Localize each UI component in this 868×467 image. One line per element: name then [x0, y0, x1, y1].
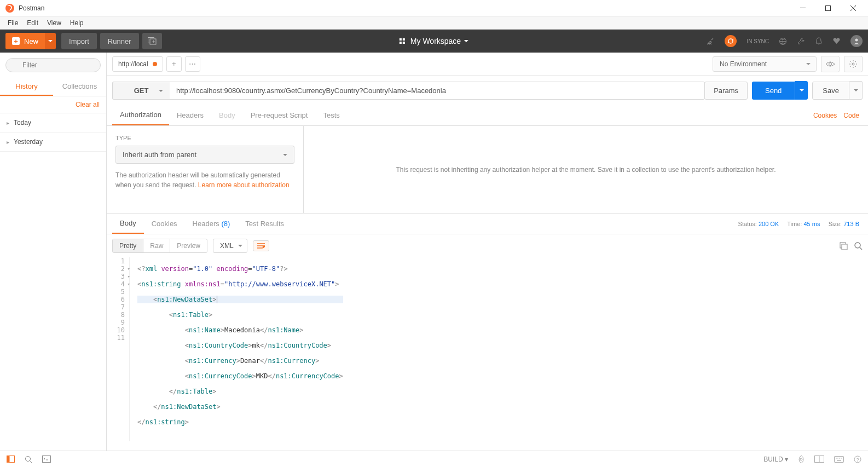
request-tab[interactable]: http://local [112, 56, 163, 72]
environment-select[interactable]: No Environment [713, 56, 817, 72]
environment-preview-button[interactable] [821, 56, 840, 72]
url-bar: GET http://localhost:9080/country.asmx/G… [107, 76, 868, 105]
history-group-today[interactable]: Today [0, 113, 106, 132]
svg-point-19 [26, 456, 31, 461]
svg-line-20 [30, 460, 32, 463]
method-select[interactable]: GET [112, 82, 170, 100]
code-content: <?xml version="1.0" encoding="UTF-8"?> <… [130, 257, 343, 441]
menu-file[interactable]: File [3, 18, 22, 28]
titlebar: Postman [0, 0, 868, 16]
response-size: 713 B [843, 221, 859, 227]
response-view-group: Pretty Raw Preview [112, 239, 207, 253]
new-button[interactable]: + New [5, 33, 45, 49]
window-controls [790, 0, 866, 16]
globe-icon[interactable] [779, 37, 787, 45]
auth-type-select[interactable]: Inherit auth from parent [115, 146, 294, 164]
menubar: File Edit View Help [0, 16, 868, 30]
sync-icon[interactable] [725, 35, 737, 47]
menu-help[interactable]: Help [66, 18, 88, 28]
subtab-tests[interactable]: Tests [315, 106, 347, 125]
svg-point-27 [837, 458, 838, 459]
svg-point-22 [800, 458, 802, 460]
tab-options-button[interactable]: ⋯ [185, 56, 200, 72]
svg-rect-21 [43, 456, 51, 463]
toolbar-right: IN SYNC [706, 35, 863, 47]
resptab-headers[interactable]: Headers (8) [185, 214, 238, 233]
bell-icon[interactable] [815, 37, 823, 45]
close-button[interactable] [841, 0, 866, 16]
find-icon[interactable] [25, 456, 32, 463]
postman-logo-icon [5, 4, 14, 13]
sidebar-toggle-icon[interactable] [7, 456, 15, 463]
subtab-authorization[interactable]: Authorization [112, 105, 169, 125]
response-toolbar-right [840, 242, 863, 250]
new-button-label: New [24, 37, 38, 45]
two-pane-icon[interactable] [814, 456, 824, 463]
satellite-icon[interactable] [706, 37, 715, 45]
cookies-link[interactable]: Cookies [813, 112, 837, 119]
auth-learn-more-link[interactable]: Learn more about authorization [198, 181, 290, 189]
save-button-dropdown[interactable] [849, 81, 863, 100]
params-button[interactable]: Params [704, 82, 748, 100]
response-tabs: Body Cookies Headers (8) Test Results St… [107, 214, 868, 234]
import-button[interactable]: Import [61, 33, 97, 49]
minimize-button[interactable] [790, 0, 815, 16]
code-link[interactable]: Code [843, 112, 859, 119]
request-tab-label: http://local [118, 60, 148, 68]
send-button-dropdown[interactable] [795, 81, 808, 100]
svg-point-28 [839, 458, 840, 459]
new-button-dropdown[interactable] [45, 33, 56, 49]
svg-rect-1 [826, 5, 831, 10]
keyboard-icon[interactable] [834, 456, 844, 463]
new-tab-button[interactable]: + [166, 56, 182, 72]
unsaved-dot-icon [153, 62, 157, 66]
app-body: History Collections Clear all Today Yest… [0, 53, 868, 451]
resptab-body[interactable]: Body [112, 214, 144, 234]
request-links: Cookies Code [813, 112, 863, 119]
console-icon[interactable] [42, 456, 51, 463]
resptab-cookies[interactable]: Cookies [144, 214, 185, 233]
tab-history[interactable]: History [0, 78, 53, 96]
svg-point-29 [841, 458, 842, 459]
runner-button[interactable]: Runner [100, 33, 139, 49]
response-format-select[interactable]: XML [213, 239, 247, 253]
workspace-grid-icon [400, 38, 405, 44]
history-group-yesterday[interactable]: Yesterday [0, 132, 106, 152]
subtab-body[interactable]: Body [211, 106, 243, 125]
url-input[interactable]: http://localhost:9080/country.asmx/GetCu… [170, 82, 705, 100]
save-button[interactable]: Save [812, 82, 849, 100]
subtab-prerequest[interactable]: Pre-request Script [243, 106, 316, 125]
view-raw[interactable]: Raw [143, 239, 170, 252]
menu-view[interactable]: View [43, 18, 66, 28]
search-icon[interactable] [854, 242, 863, 250]
new-window-button[interactable]: + [142, 33, 162, 49]
menu-edit[interactable]: Edit [22, 18, 43, 28]
window-title: Postman [19, 4, 44, 12]
svg-point-9 [829, 62, 832, 65]
auth-right: This request is not inheriting any autho… [304, 126, 868, 213]
sidebar-tabs: History Collections [0, 78, 106, 96]
auth-type-label: TYPE [115, 135, 294, 141]
help-icon[interactable]: ? [854, 456, 861, 463]
workspace-selector[interactable]: My Workspace [400, 37, 468, 45]
main-panel: http://local + ⋯ No Environment GET http… [107, 53, 868, 451]
chevron-down-icon [464, 40, 468, 44]
bootcamp-icon[interactable] [798, 455, 805, 464]
user-avatar[interactable] [850, 35, 863, 47]
resptab-tests[interactable]: Test Results [238, 214, 292, 233]
heart-icon[interactable] [832, 37, 841, 45]
subtab-headers[interactable]: Headers [169, 106, 211, 125]
environment-settings-button[interactable] [844, 56, 863, 72]
wrench-icon[interactable] [797, 37, 805, 45]
response-body[interactable]: 1234567891011 <?xml version="1.0" encodi… [107, 257, 868, 441]
clear-all-link[interactable]: Clear all [0, 96, 106, 113]
tab-collections[interactable]: Collections [53, 78, 106, 96]
maximize-button[interactable] [815, 0, 841, 16]
send-button[interactable]: Send [752, 82, 795, 100]
filter-input[interactable] [5, 58, 101, 72]
view-pretty[interactable]: Pretty [113, 239, 143, 252]
wrap-lines-button[interactable] [253, 240, 269, 251]
view-preview[interactable]: Preview [170, 239, 207, 252]
copy-icon[interactable] [840, 242, 848, 250]
build-mode[interactable]: BUILD ▾ [763, 456, 788, 463]
